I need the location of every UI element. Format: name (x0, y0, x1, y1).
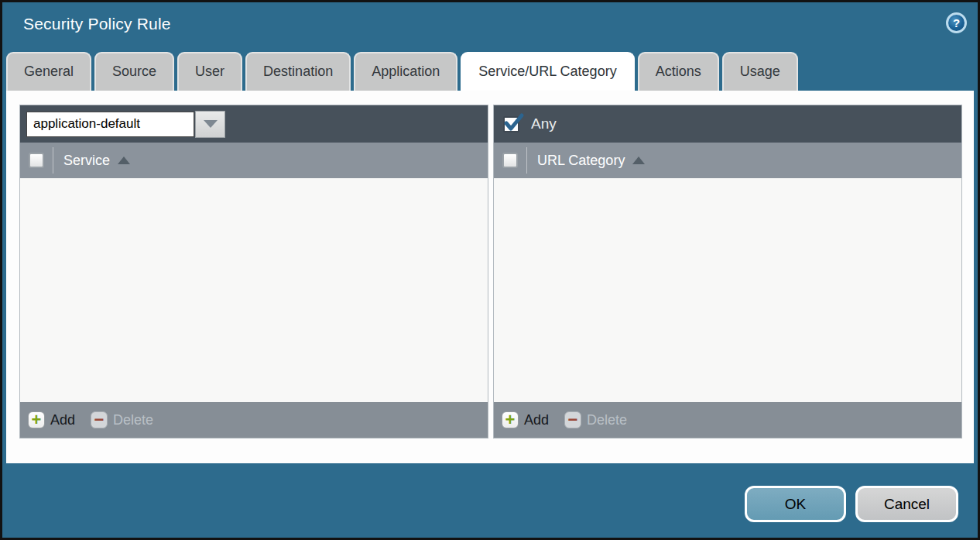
any-checkbox-row: Any (500, 115, 557, 132)
service-column-label: Service (63, 153, 110, 169)
url-category-list-body[interactable] (494, 178, 961, 402)
tab-service-url-category[interactable]: Service/URL Category (461, 52, 634, 91)
any-label: Any (531, 115, 557, 132)
service-type-input[interactable] (26, 112, 194, 137)
tab-content-area: Service + Add − Delete (6, 91, 974, 463)
service-add-button[interactable]: + Add (28, 411, 75, 428)
sort-ascending-icon[interactable] (632, 156, 645, 164)
tab-usage[interactable]: Usage (722, 52, 798, 91)
column-divider (526, 147, 527, 174)
url-category-add-button[interactable]: + Add (502, 411, 549, 428)
minus-icon: − (564, 411, 581, 428)
tab-user[interactable]: User (177, 52, 242, 91)
service-panel-footer: + Add − Delete (20, 402, 488, 438)
minus-glyph: − (94, 411, 105, 428)
url-category-panel-header: Any (494, 105, 961, 143)
chevron-down-icon (204, 120, 218, 128)
tab-destination[interactable]: Destination (245, 52, 351, 91)
minus-icon: − (91, 411, 108, 428)
service-list-body[interactable] (20, 178, 488, 402)
url-category-column-label: URL Category (537, 153, 625, 169)
ok-button[interactable]: OK (745, 486, 846, 522)
plus-icon: + (28, 411, 45, 428)
tab-general[interactable]: General (6, 52, 91, 91)
service-column-header-row: Service (20, 143, 488, 178)
service-add-label: Add (50, 412, 75, 428)
check-icon (504, 113, 524, 133)
column-divider (53, 147, 53, 174)
url-category-delete-button[interactable]: − Delete (564, 411, 627, 428)
plus-icon: + (502, 411, 519, 428)
dialog-title: Security Policy Rule (23, 15, 171, 33)
service-select-all-checkbox[interactable] (29, 153, 44, 168)
tab-bar: General Source User Destination Applicat… (6, 52, 798, 91)
service-delete-button[interactable]: − Delete (91, 411, 153, 428)
url-category-panel-footer: + Add − Delete (494, 402, 961, 438)
help-icon-glyph: ? (953, 16, 960, 29)
url-category-panel: Any URL Category + Add − (493, 105, 962, 439)
url-category-add-label: Add (524, 412, 549, 428)
service-panel: Service + Add − Delete (19, 105, 488, 439)
url-category-delete-label: Delete (587, 412, 627, 428)
service-delete-label: Delete (113, 412, 153, 428)
help-icon[interactable]: ? (946, 12, 967, 33)
any-checkbox[interactable] (503, 116, 519, 132)
plus-glyph: + (32, 411, 42, 428)
cancel-button[interactable]: Cancel (855, 486, 958, 522)
security-policy-rule-dialog: Security Policy Rule ? General Source Us… (0, 0, 980, 540)
url-category-select-all-checkbox[interactable] (502, 153, 518, 168)
service-panel-header (20, 105, 488, 143)
tab-source[interactable]: Source (94, 52, 174, 91)
service-type-dropdown (26, 111, 225, 138)
plus-glyph: + (505, 411, 516, 428)
service-type-dropdown-button[interactable] (195, 111, 225, 138)
url-category-column-header-row: URL Category (494, 143, 961, 178)
tab-application[interactable]: Application (354, 52, 457, 91)
minus-glyph: − (568, 411, 578, 428)
tab-actions[interactable]: Actions (638, 52, 719, 91)
sort-ascending-icon[interactable] (118, 156, 130, 164)
